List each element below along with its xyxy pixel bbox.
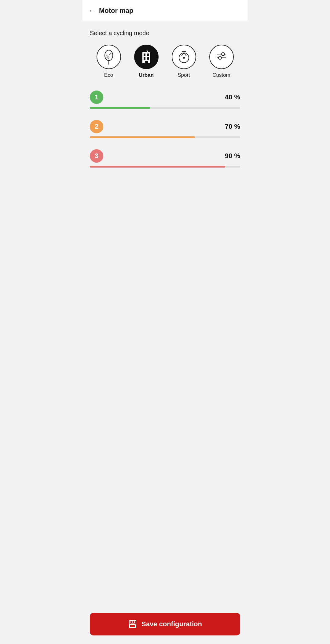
slider-3-badge: 3 — [90, 149, 103, 163]
custom-icon-circle — [209, 45, 234, 69]
sliders-section: 1 40 % 2 70 % 3 — [90, 91, 240, 168]
slider-3-value: 90 % — [225, 152, 240, 160]
slider-1-header: 1 40 % — [90, 91, 240, 104]
urban-label: Urban — [139, 72, 154, 78]
slider-2-fill — [90, 136, 195, 138]
svg-point-19 — [222, 53, 225, 56]
save-button[interactable]: Save configuration — [90, 613, 240, 635]
main-content: Select a cycling mode Eco — [82, 21, 248, 204]
slider-1-value: 40 % — [225, 93, 240, 101]
slider-row-3: 3 90 % — [90, 149, 240, 168]
mode-sport[interactable]: Sport — [165, 45, 203, 78]
svg-rect-7 — [147, 54, 149, 56]
slider-2-track[interactable] — [90, 136, 240, 138]
section-label: Select a cycling mode — [90, 30, 240, 37]
svg-point-20 — [218, 56, 222, 59]
svg-rect-9 — [147, 57, 149, 60]
slider-1-track[interactable] — [90, 107, 240, 109]
svg-rect-23 — [130, 624, 135, 627]
mode-eco[interactable]: Eco — [90, 45, 127, 78]
slider-2-value: 70 % — [225, 123, 240, 131]
slider-3-header: 3 90 % — [90, 149, 240, 163]
slider-row-1: 1 40 % — [90, 91, 240, 109]
save-button-label: Save configuration — [141, 620, 202, 628]
svg-line-2 — [106, 55, 109, 57]
mode-custom[interactable]: Custom — [203, 45, 240, 78]
page-title: Motor map — [99, 7, 133, 15]
slider-2-header: 2 70 % — [90, 120, 240, 133]
svg-line-3 — [109, 53, 112, 55]
urban-icon-circle — [134, 45, 159, 69]
save-icon — [128, 620, 137, 629]
back-icon: ← — [89, 7, 95, 15]
back-button[interactable]: ← — [87, 6, 99, 16]
svg-point-12 — [183, 57, 185, 59]
eco-icon-circle — [97, 45, 121, 69]
mode-selector: Eco Urban — [90, 45, 240, 78]
custom-label: Custom — [212, 72, 230, 78]
sport-icon-circle — [172, 45, 196, 69]
slider-row-2: 2 70 % — [90, 120, 240, 138]
slider-2-badge: 2 — [90, 120, 103, 133]
sport-label: Sport — [178, 72, 190, 78]
slider-3-fill — [90, 166, 225, 168]
svg-rect-10 — [145, 61, 148, 63]
svg-line-4 — [107, 57, 109, 59]
slider-3-track[interactable] — [90, 166, 240, 168]
save-btn-container: Save configuration — [82, 608, 248, 644]
svg-rect-8 — [144, 57, 145, 60]
header: ← Motor map — [82, 0, 248, 21]
svg-rect-6 — [144, 54, 145, 56]
eco-label: Eco — [104, 72, 113, 78]
slider-1-badge: 1 — [90, 91, 103, 104]
mode-urban[interactable]: Urban — [127, 45, 165, 78]
slider-1-fill — [90, 107, 150, 109]
